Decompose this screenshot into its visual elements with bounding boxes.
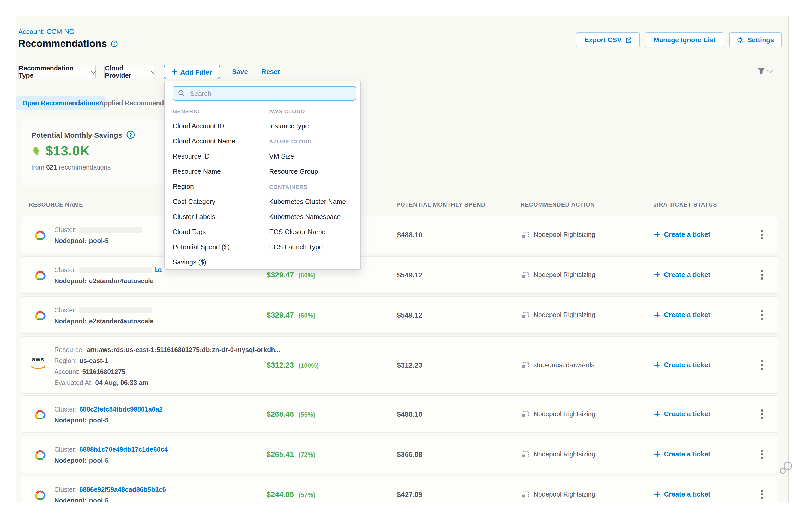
reset-filter-link[interactable]: Reset	[261, 68, 280, 76]
filter-option-cluster-labels[interactable]: Cluster Labels	[173, 209, 267, 224]
row-menu-kebab[interactable]	[760, 408, 764, 420]
add-filter-button[interactable]: Add Filter	[164, 65, 220, 79]
filter-option-region[interactable]: Region	[173, 179, 267, 194]
nodepool-value: e2standar4autoscale	[89, 277, 154, 285]
cluster-label: Cluster:	[54, 306, 77, 314]
plus-icon	[654, 451, 660, 457]
section-title-aws-cloud: AWS CLOUD	[269, 103, 358, 118]
filter-option-kubernetes-namespace[interactable]: Kubernetes Namespace	[269, 209, 358, 224]
filter-option-resource-name[interactable]: Resource Name	[173, 164, 267, 179]
rightsizing-icon	[521, 411, 529, 418]
redacted-cluster-value	[79, 227, 142, 233]
info-icon[interactable]	[111, 40, 118, 48]
savings-value: $268.46	[267, 410, 294, 418]
nodepool-value: pool-5	[89, 237, 109, 244]
filter-option-resource-id[interactable]: Resource ID	[173, 149, 267, 164]
create-ticket-link[interactable]: Create a ticket	[654, 271, 710, 279]
cluster-link[interactable]: 6886e92f59a48cad86b5b1c6	[79, 486, 166, 493]
filter-panel-toggle[interactable]	[757, 67, 772, 75]
resource-name-cell: Cluster:b1 Nodepool:e2standar4autoscale	[54, 266, 163, 288]
monthly-spend-cell: $549.12	[397, 271, 422, 279]
create-ticket-label: Create a ticket	[664, 271, 710, 279]
funnel-icon	[757, 67, 765, 75]
cluster-label: Cluster:	[54, 486, 77, 493]
monthly-spend-cell: $312.23	[397, 361, 422, 369]
action-label: Nodepool Rightsizing	[534, 231, 595, 239]
column-header-potential-monthly-spend[interactable]: POTENTIAL MONTHLY SPEND	[396, 201, 486, 208]
filter-option-instance-type[interactable]: Instance type	[269, 118, 358, 134]
recommended-action-cell: Nodepool Rightsizing	[521, 271, 595, 279]
create-ticket-link[interactable]: Create a ticket	[654, 490, 710, 498]
monthly-spend-cell: $549.12	[397, 311, 422, 319]
cluster-link[interactable]: b1	[155, 266, 163, 273]
redacted-cluster-value	[79, 307, 152, 313]
create-ticket-link[interactable]: Create a ticket	[654, 361, 710, 369]
search-input[interactable]	[189, 89, 351, 98]
monthly-spend-cell: $427.09	[397, 491, 422, 499]
column-header-jira-ticket-status[interactable]: JIRA TICKET STATUS	[653, 201, 717, 208]
filter-option-ecs-launch-type[interactable]: ECS Launch Type	[269, 240, 358, 254]
dropdown-search[interactable]	[173, 86, 356, 101]
cloud-provider-dropdown[interactable]: Cloud Provider	[104, 65, 155, 79]
table-row[interactable]: Cluster:b1 Nodepool:e2standar4autoscale …	[21, 256, 778, 293]
chat-bubble-icon[interactable]	[779, 461, 793, 477]
row-menu-kebab[interactable]	[760, 229, 764, 240]
row-menu-kebab[interactable]	[760, 269, 764, 280]
create-ticket-link[interactable]: Create a ticket	[654, 230, 710, 239]
manage-ignore-list-button[interactable]: Manage Ignore List	[645, 32, 724, 48]
filter-option-cloud-tags[interactable]: Cloud Tags	[173, 224, 267, 240]
monthly-savings-cell: $265.41(72%)	[267, 450, 315, 458]
table-row[interactable]: Cluster: Nodepool:pool-5 $488.10 Nodepoo…	[21, 216, 778, 253]
action-label: Nodepool Rightsizing	[534, 411, 595, 418]
cluster-link[interactable]: 688c2fefc84fbdc99801a0a2	[79, 405, 163, 413]
filter-option-ecs-cluster-name[interactable]: ECS Cluster Name	[269, 224, 358, 240]
row-menu-kebab[interactable]	[760, 309, 764, 321]
savings-subtext: from 621 recommendations	[31, 164, 111, 171]
cluster-label: Cluster:	[54, 405, 77, 413]
plus-icon	[654, 491, 660, 497]
row-menu-kebab[interactable]	[760, 359, 764, 370]
header-divider	[16, 57, 788, 57]
filter-option-savings[interactable]: Savings ($)	[173, 254, 267, 270]
table-row[interactable]: Cluster:688c2fefc84fbdc99801a0a2 Nodepoo…	[21, 395, 778, 433]
create-ticket-link[interactable]: Create a ticket	[654, 410, 710, 418]
recommended-action-cell: Nodepool Rightsizing	[521, 451, 595, 458]
settings-button[interactable]: Settings	[729, 32, 782, 48]
resource-name-cell: Cluster: Nodepool:e2standar4autoscale	[54, 306, 154, 328]
filter-option-potential-spend[interactable]: Potential Spend ($)	[173, 240, 267, 254]
evaluated-at-value: 04 Aug, 06:33 am	[95, 379, 148, 386]
table-row[interactable]: aws Resource:arn:aws:rds:us-east-1:51161…	[21, 337, 778, 394]
tab-open-recommendations[interactable]: Open Recommendations	[16, 96, 106, 110]
table-row[interactable]: Cluster: Nodepool:e2standar4autoscale $3…	[21, 296, 778, 334]
filter-option-cost-category[interactable]: Cost Category	[173, 194, 267, 209]
create-ticket-label: Create a ticket	[664, 230, 710, 239]
filter-option-vm-size[interactable]: VM Size	[269, 149, 358, 164]
row-menu-kebab[interactable]	[760, 449, 764, 460]
export-csv-button[interactable]: Export CSV	[576, 32, 640, 48]
recommendation-type-dropdown[interactable]: Recommendation Type	[18, 65, 96, 79]
column-header-resource-name[interactable]: RESOURCE NAME	[29, 201, 83, 208]
savings-value: $265.41	[267, 450, 294, 458]
plus-icon	[654, 232, 660, 237]
create-ticket-link[interactable]: Create a ticket	[654, 450, 710, 458]
table-row[interactable]: Cluster:6888b1c70e49db17c1de60c4 Nodepoo…	[21, 436, 778, 473]
column-header-recommended-action[interactable]: RECOMMENDED ACTION	[520, 201, 595, 208]
save-filter-link[interactable]: Save	[232, 68, 248, 76]
recommendations-page: Account: CCM-NG Recommendations Export C…	[0, 0, 798, 532]
nodepool-value: pool-5	[89, 416, 109, 424]
account-breadcrumb[interactable]: Account: CCM-NG	[18, 27, 74, 36]
create-ticket-link[interactable]: Create a ticket	[654, 311, 710, 319]
filter-option-cloud-account-id[interactable]: Cloud Account ID	[173, 118, 267, 134]
help-icon[interactable]: ?	[127, 130, 135, 139]
filter-option-resource-group[interactable]: Resource Group	[269, 164, 358, 179]
section-title-azure-cloud: AZURE CLOUD	[269, 134, 358, 149]
recommended-action-cell: Nodepool Rightsizing	[521, 311, 595, 319]
resource-name-cell: Cluster:688c2fefc84fbdc99801a0a2 Nodepoo…	[54, 405, 163, 427]
action-label: Nodepool Rightsizing	[534, 311, 595, 319]
cluster-link[interactable]: 6888b1c70e49db17c1de60c4	[79, 446, 168, 453]
row-menu-kebab[interactable]	[760, 489, 764, 500]
filter-option-kubernetes-cluster-name[interactable]: Kubernetes Cluster Name	[269, 194, 358, 209]
savings-amount-text: $13.0K	[45, 143, 90, 159]
filter-option-cloud-account-name[interactable]: Cloud Account Name	[173, 134, 267, 149]
savings-percent: (72%)	[299, 451, 315, 458]
